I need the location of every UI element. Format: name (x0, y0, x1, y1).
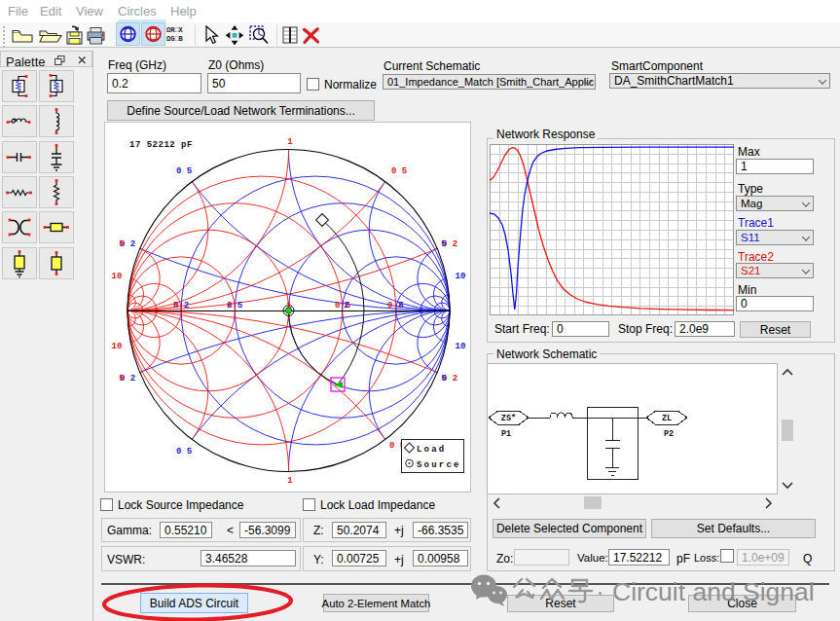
svg-text:2: 2 (227, 301, 232, 310)
svg-text:17 52212 pF: 17 52212 pF (129, 140, 193, 150)
svg-text:10: 10 (456, 342, 466, 351)
svg-text:5: 5 (119, 374, 124, 384)
svg-text:1: 1 (287, 476, 293, 486)
svg-text:0 5: 0 5 (176, 166, 192, 176)
svg-text:ZL: ZL (662, 414, 672, 423)
svg-text:5: 5 (441, 374, 446, 384)
svg-text:ZS*: ZS* (501, 414, 516, 423)
svg-text:Source: Source (417, 460, 461, 470)
svg-text:P1: P1 (501, 429, 511, 439)
svg-text:0 5: 0 5 (176, 447, 192, 457)
svg-text:10: 10 (456, 272, 466, 281)
svg-text:1: 1 (287, 137, 293, 147)
svg-text:Load: Load (417, 445, 446, 455)
svg-text:P2: P2 (664, 429, 674, 439)
svg-text:10: 10 (112, 272, 123, 281)
svg-text:5: 5 (119, 239, 124, 249)
svg-text:2: 2 (344, 301, 348, 310)
svg-text:5: 5 (441, 239, 446, 249)
svg-text:10: 10 (112, 342, 123, 351)
svg-text:5: 5 (398, 301, 403, 310)
svg-text:0 5: 0 5 (391, 166, 407, 176)
svg-text:5: 5 (173, 301, 178, 310)
svg-text:1: 1 (286, 301, 292, 310)
